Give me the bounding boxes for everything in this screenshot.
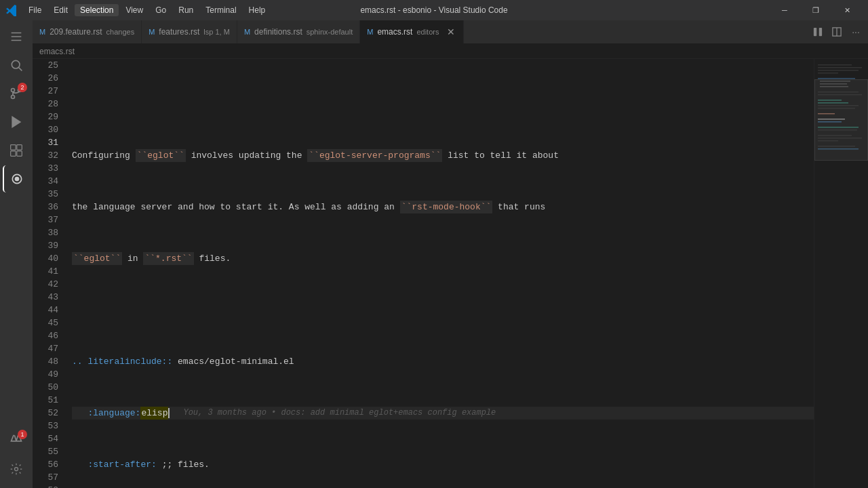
- svg-marker-5: [12, 117, 20, 127]
- tab-bar-actions: ···: [806, 20, 868, 43]
- tab-sublabel-emacs: editors: [416, 28, 439, 36]
- tab-close-emacs[interactable]: ✕: [446, 26, 456, 37]
- menu-view[interactable]: View: [120, 4, 149, 16]
- inline-code-eglot2: ``eglot``: [72, 252, 122, 265]
- svg-rect-38: [818, 140, 838, 142]
- line-num-50: 50: [33, 381, 58, 394]
- svg-rect-31: [818, 113, 835, 115]
- tab-label-features: features.rst: [159, 27, 199, 37]
- svg-rect-6: [11, 145, 16, 150]
- close-button[interactable]: ✕: [831, 0, 863, 20]
- tab-sublabel-209feature: changes: [106, 28, 135, 36]
- tab-209feature[interactable]: M 209.feature.rst changes: [33, 20, 142, 43]
- source-control-badge: 2: [18, 83, 27, 92]
- svg-point-3: [12, 96, 15, 99]
- line-num-48: 48: [33, 355, 58, 368]
- line-num-36: 36: [33, 201, 58, 214]
- svg-rect-24: [820, 86, 848, 87]
- svg-rect-9: [17, 151, 22, 157]
- editor-wrapper: 25 26 27 28 29 30 31 32 33 34 35 36 37 3…: [33, 59, 868, 488]
- svg-rect-8: [11, 151, 16, 157]
- svg-point-12: [15, 468, 18, 471]
- titlebar-menu: File Edit Selection View Go Run Terminal…: [23, 4, 271, 16]
- svg-point-0: [12, 60, 20, 68]
- code-line-26: Configuring ``eglot`` involves updating …: [72, 149, 814, 162]
- activity-search[interactable]: [3, 52, 30, 79]
- menu-edit[interactable]: Edit: [48, 4, 73, 16]
- line-num-52: 52: [33, 407, 58, 420]
- svg-rect-18: [818, 67, 862, 68]
- more-actions-button[interactable]: ···: [848, 24, 864, 40]
- line-num-30: 30: [33, 123, 58, 136]
- attr-start-after: :start-after:: [87, 458, 156, 471]
- menu-run[interactable]: Run: [173, 4, 199, 16]
- activity-settings[interactable]: [3, 455, 30, 483]
- line-num-28: 28: [33, 98, 58, 110]
- tab-definitions[interactable]: M definitions.rst sphinx-default: [237, 20, 360, 43]
- menu-terminal[interactable]: Terminal: [200, 4, 241, 16]
- svg-rect-28: [818, 102, 848, 104]
- maximize-button[interactable]: ❐: [800, 0, 831, 20]
- split-editor-button[interactable]: [810, 24, 826, 40]
- content-area: M 209.feature.rst changes M features.rst…: [33, 20, 868, 488]
- line-num-56: 56: [33, 458, 58, 471]
- directive-literalinclude: .. literalinclude::: [72, 355, 172, 368]
- svg-rect-22: [820, 81, 850, 82]
- activity-bar-bottom: 1: [3, 427, 30, 488]
- test-badge: 1: [18, 430, 27, 439]
- activity-test[interactable]: 1: [3, 427, 30, 454]
- svg-rect-33: [818, 121, 842, 123]
- menu-go[interactable]: Go: [150, 4, 172, 16]
- svg-rect-34: [818, 127, 859, 128]
- editor-content[interactable]: 25 26 27 28 29 30 31 32 33 34 35 36 37 3…: [33, 59, 814, 488]
- code-content[interactable]: Configuring ``eglot`` involves updating …: [66, 59, 814, 488]
- activity-esbonio[interactable]: [3, 165, 30, 192]
- activity-source-control[interactable]: 2: [3, 80, 30, 107]
- code-line-32: :start-after: ;; files.: [72, 458, 814, 471]
- svg-rect-7: [17, 145, 22, 150]
- activity-run[interactable]: [3, 108, 30, 136]
- editor-layout-button[interactable]: [829, 24, 845, 40]
- svg-rect-39: [818, 146, 855, 147]
- tab-features[interactable]: M features.rst lsp 1, M: [142, 20, 237, 43]
- code-line-31: :language: elisp You, 3 months ago • doc…: [72, 407, 814, 420]
- minimap: [814, 59, 868, 488]
- attribute-language: :language:: [87, 407, 140, 420]
- window-title: emacs.rst - esbonio - Visual Studio Code: [360, 5, 507, 15]
- tab-label-emacs: emacs.rst: [377, 27, 412, 37]
- menu-help[interactable]: Help: [243, 4, 271, 16]
- tab-icon-emacs: M: [367, 28, 373, 36]
- vscode-logo: [5, 4, 18, 16]
- breadcrumb: emacs.rst: [33, 44, 868, 59]
- svg-rect-14: [819, 27, 822, 35]
- activity-bar: 2 1: [0, 20, 33, 488]
- titlebar-controls: ─ ❐ ✕: [769, 0, 863, 20]
- svg-line-1: [19, 68, 22, 71]
- cursor: [168, 408, 170, 418]
- svg-rect-27: [818, 100, 842, 101]
- tab-sublabel-definitions: sphinx-default: [307, 28, 353, 36]
- svg-rect-29: [818, 105, 859, 106]
- svg-rect-30: [818, 108, 855, 109]
- menu-file[interactable]: File: [23, 4, 47, 16]
- editor[interactable]: 25 26 27 28 29 30 31 32 33 34 35 36 37 3…: [33, 59, 814, 488]
- code-line-25: [72, 98, 814, 110]
- line-num-41: 41: [33, 265, 58, 278]
- tab-icon-definitions: M: [244, 28, 250, 36]
- activity-extensions[interactable]: [3, 137, 30, 164]
- svg-rect-36: [818, 135, 852, 136]
- line-num-27: 27: [33, 85, 58, 98]
- line-num-42: 42: [33, 278, 58, 291]
- menu-selection[interactable]: Selection: [75, 4, 119, 16]
- tab-bar: M 209.feature.rst changes M features.rst…: [33, 20, 868, 44]
- tab-emacs[interactable]: M emacs.rst editors ✕: [360, 20, 464, 43]
- breadcrumb-file[interactable]: emacs.rst: [39, 47, 75, 56]
- line-num-32: 32: [33, 149, 58, 162]
- minimize-button[interactable]: ─: [769, 0, 800, 20]
- svg-rect-32: [818, 119, 845, 120]
- line-num-34: 34: [33, 175, 58, 188]
- activity-explorer[interactable]: [3, 23, 30, 50]
- svg-point-2: [12, 89, 15, 92]
- line-num-53: 53: [33, 420, 58, 432]
- svg-rect-35: [818, 129, 857, 131]
